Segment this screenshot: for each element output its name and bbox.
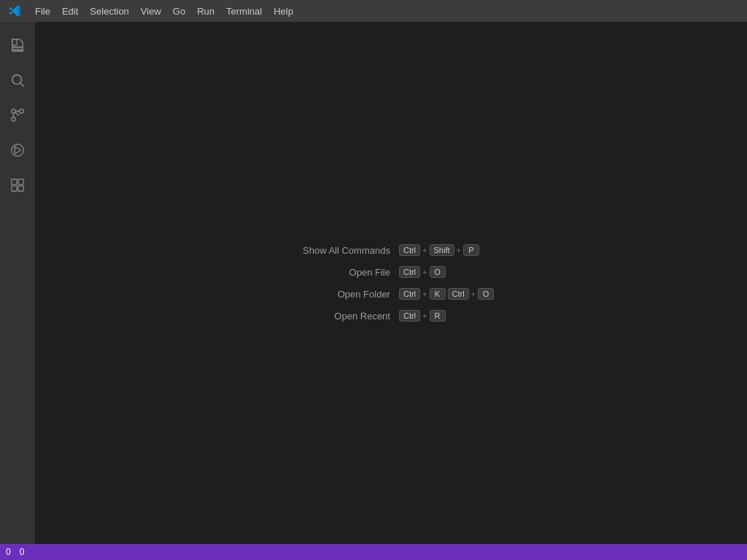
plus-1: + <box>422 246 427 254</box>
svg-rect-11 <box>12 186 17 191</box>
menu-bar: File Edit Selection View Go Run Terminal… <box>0 0 747 22</box>
svg-point-6 <box>12 117 16 122</box>
source-control-icon[interactable] <box>0 98 35 133</box>
shortcut-keys-open-folder: Ctrl + K Ctrl + O <box>399 288 494 300</box>
status-item-col[interactable]: 0 <box>20 547 25 557</box>
svg-rect-0 <box>12 39 17 45</box>
menu-edit[interactable]: Edit <box>56 3 84 20</box>
svg-rect-9 <box>12 179 17 184</box>
status-line-number: 0 <box>6 547 11 557</box>
key-ctrl-5: Ctrl <box>399 310 420 322</box>
key-ctrl-3: Ctrl <box>399 288 420 300</box>
search-icon[interactable] <box>0 63 35 98</box>
svg-rect-12 <box>18 186 23 191</box>
key-k-1: K <box>430 288 446 300</box>
plus-2: + <box>457 246 461 254</box>
shortcut-row-open-recent: Open Recent Ctrl + R <box>288 310 446 322</box>
status-bar: 0 0 <box>0 544 747 560</box>
shortcut-keys-open-file: Ctrl + O <box>399 266 446 278</box>
vscode-logo-icon <box>6 2 23 20</box>
plus-3: + <box>422 268 427 276</box>
shortcut-keys-open-recent: Ctrl + R <box>399 310 446 322</box>
menu-go[interactable]: Go <box>167 3 191 20</box>
shortcut-row-open-folder: Open Folder Ctrl + K Ctrl + O <box>288 288 494 300</box>
shortcut-row-open-file: Open File Ctrl + O <box>288 266 446 278</box>
debug-icon[interactable] <box>0 133 35 168</box>
menu-help[interactable]: Help <box>268 3 299 20</box>
plus-5: + <box>471 289 476 298</box>
welcome-content: Show All Commands Ctrl + Shift + P Open … <box>288 244 494 322</box>
key-ctrl-1: Ctrl <box>399 244 420 256</box>
svg-rect-10 <box>18 179 23 184</box>
shortcut-label-open-file: Open File <box>288 267 390 278</box>
status-item-line[interactable]: 0 <box>6 547 11 557</box>
key-ctrl-2: Ctrl <box>399 266 420 278</box>
shortcut-label-show-all-commands: Show All Commands <box>288 245 390 256</box>
extensions-icon[interactable] <box>0 168 35 203</box>
svg-rect-2 <box>12 50 23 51</box>
editor-area: Show All Commands Ctrl + Shift + P Open … <box>35 22 747 544</box>
svg-line-4 <box>20 83 23 86</box>
key-ctrl-4: Ctrl <box>448 288 469 300</box>
activity-bar <box>0 22 35 544</box>
menu-terminal[interactable]: Terminal <box>220 3 268 20</box>
menu-selection[interactable]: Selection <box>84 3 134 20</box>
menu-view[interactable]: View <box>135 3 167 20</box>
menu-run[interactable]: Run <box>191 3 220 20</box>
svg-point-5 <box>12 109 16 114</box>
menu-file[interactable]: File <box>29 3 56 20</box>
status-col-number: 0 <box>20 547 25 557</box>
explorer-icon[interactable] <box>0 28 35 63</box>
key-p-1: P <box>463 244 479 256</box>
plus-4: + <box>422 289 427 298</box>
svg-point-7 <box>20 109 24 114</box>
shortcut-keys-show-all-commands: Ctrl + Shift + P <box>399 244 479 256</box>
plus-6: + <box>422 311 427 320</box>
main-layout: Show All Commands Ctrl + Shift + P Open … <box>0 22 747 544</box>
shortcut-label-open-folder: Open Folder <box>288 289 390 300</box>
key-r-1: R <box>430 310 446 322</box>
key-o-1: O <box>430 266 446 278</box>
svg-rect-1 <box>12 47 23 48</box>
svg-point-8 <box>12 144 24 157</box>
shortcut-row-show-all-commands: Show All Commands Ctrl + Shift + P <box>288 244 479 256</box>
shortcut-label-open-recent: Open Recent <box>288 311 390 322</box>
key-o-2: O <box>478 288 494 300</box>
key-shift-1: Shift <box>430 244 454 256</box>
